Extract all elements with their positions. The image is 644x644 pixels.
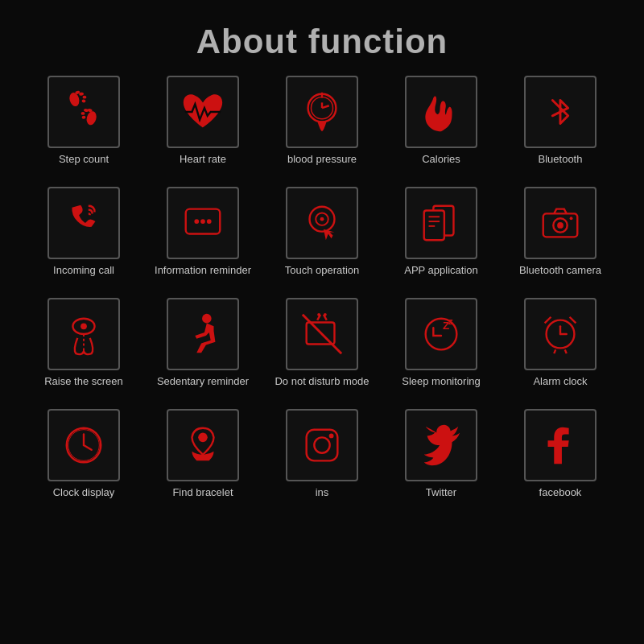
- icon-box-incoming-call: [47, 187, 120, 259]
- label-calories: Calories: [422, 153, 460, 179]
- cell-touch-operation: Touch operation: [270, 187, 374, 290]
- icon-box-find-bracelet: [167, 409, 239, 481]
- svg-point-55: [198, 433, 208, 443]
- label-blood-pressure: blood pressure: [287, 153, 357, 179]
- svg-line-54: [84, 445, 92, 450]
- svg-point-58: [329, 434, 334, 439]
- svg-line-14: [322, 105, 329, 108]
- icon-box-bluetooth: [524, 76, 597, 148]
- icon-box-raise-screen: [47, 298, 120, 370]
- label-app-application: APP application: [404, 264, 478, 290]
- svg-point-57: [314, 437, 329, 452]
- icon-box-facebook: [524, 409, 597, 481]
- icon-box-information-reminder: [167, 187, 239, 259]
- cell-bluetooth-camera: Bluetooth camera: [508, 187, 613, 290]
- label-twitter: Twitter: [426, 486, 456, 512]
- svg-line-50: [565, 349, 567, 353]
- svg-point-39: [324, 313, 327, 316]
- svg-line-49: [554, 349, 555, 353]
- icon-box-bluetooth-camera: [524, 187, 597, 259]
- cell-raise-screen: Raise the screen: [31, 298, 136, 401]
- cell-find-bracelet: Find bracelet: [151, 409, 255, 512]
- svg-point-37: [317, 313, 320, 316]
- features-grid: Step countHeart rateblood pressureCalori…: [15, 76, 629, 512]
- cell-do-not-disturb: Do not disturb mode: [270, 298, 374, 401]
- label-bluetooth-camera: Bluetooth camera: [519, 264, 601, 290]
- icon-box-heart-rate: [167, 76, 239, 148]
- svg-point-29: [557, 222, 564, 229]
- icon-box-step-count: [47, 76, 120, 148]
- svg-line-40: [303, 315, 341, 353]
- cell-app-application: APP application: [389, 187, 493, 290]
- label-incoming-call: Incoming call: [53, 264, 114, 290]
- label-find-bracelet: Find bracelet: [172, 486, 233, 512]
- cell-twitter: Twitter: [389, 409, 493, 512]
- svg-point-3: [83, 96, 87, 99]
- label-heart-rate: Heart rate: [180, 153, 226, 179]
- cell-bluetooth: Bluetooth: [508, 76, 613, 179]
- svg-line-48: [570, 317, 576, 324]
- cell-calories: Calories: [389, 76, 493, 179]
- svg-point-10: [308, 94, 336, 122]
- label-touch-operation: Touch operation: [285, 264, 360, 290]
- icon-box-calories: [405, 76, 477, 148]
- label-step-count: Step count: [59, 153, 109, 179]
- label-clock-display: Clock display: [53, 486, 115, 512]
- icon-box-blood-pressure: [286, 76, 358, 148]
- label-sleep-monitoring: Sleep monitoring: [402, 375, 481, 401]
- svg-point-21: [320, 217, 324, 221]
- icon-box-do-not-disturb: [286, 298, 358, 370]
- cell-clock-display: Clock display: [31, 409, 136, 512]
- icon-box-sedentary-reminder: [167, 298, 239, 370]
- svg-point-4: [81, 99, 85, 102]
- cell-step-count: Step count: [31, 76, 136, 179]
- label-alarm-clock: Alarm clock: [533, 375, 587, 401]
- icon-box-clock-display: [47, 409, 120, 481]
- cell-incoming-call: Incoming call: [31, 187, 136, 290]
- svg-point-30: [570, 217, 573, 220]
- label-bluetooth: Bluetooth: [539, 153, 583, 179]
- svg-point-0: [68, 92, 81, 108]
- icon-box-app-application: [405, 187, 477, 259]
- icon-box-sleep-monitoring: ZZ: [405, 298, 477, 370]
- cell-sleep-monitoring: ZZSleep monitoring: [389, 298, 493, 401]
- svg-line-47: [545, 317, 551, 324]
- svg-point-34: [202, 314, 212, 324]
- cell-ins: ins: [270, 409, 374, 512]
- cell-facebook: facebook: [508, 409, 613, 512]
- cell-heart-rate: Heart rate: [151, 76, 255, 179]
- label-raise-screen: Raise the screen: [44, 375, 123, 401]
- svg-point-5: [85, 110, 98, 126]
- icon-box-twitter: [405, 409, 477, 481]
- svg-point-18: [207, 219, 212, 224]
- svg-point-32: [80, 323, 87, 329]
- svg-rect-23: [424, 211, 444, 241]
- cell-information-reminder: Information reminder: [151, 187, 255, 290]
- label-ins: ins: [316, 486, 329, 512]
- cell-sedentary-reminder: Sedentary reminder: [151, 298, 255, 401]
- label-sedentary-reminder: Sedentary reminder: [157, 375, 249, 401]
- label-information-reminder: Information reminder: [155, 264, 251, 290]
- svg-point-16: [194, 219, 199, 224]
- svg-point-9: [81, 116, 85, 119]
- icon-box-ins: [286, 409, 358, 481]
- label-do-not-disturb: Do not disturb mode: [275, 375, 369, 401]
- svg-text:Z: Z: [448, 317, 453, 326]
- page-title: About function: [196, 23, 448, 61]
- cell-blood-pressure: blood pressure: [270, 76, 374, 179]
- svg-point-17: [200, 219, 205, 224]
- icon-box-touch-operation: [286, 187, 358, 259]
- label-facebook: facebook: [539, 486, 582, 512]
- icon-box-alarm-clock: [524, 298, 597, 370]
- cell-alarm-clock: Alarm clock: [508, 298, 613, 401]
- svg-point-8: [81, 112, 85, 115]
- svg-point-7: [84, 109, 89, 113]
